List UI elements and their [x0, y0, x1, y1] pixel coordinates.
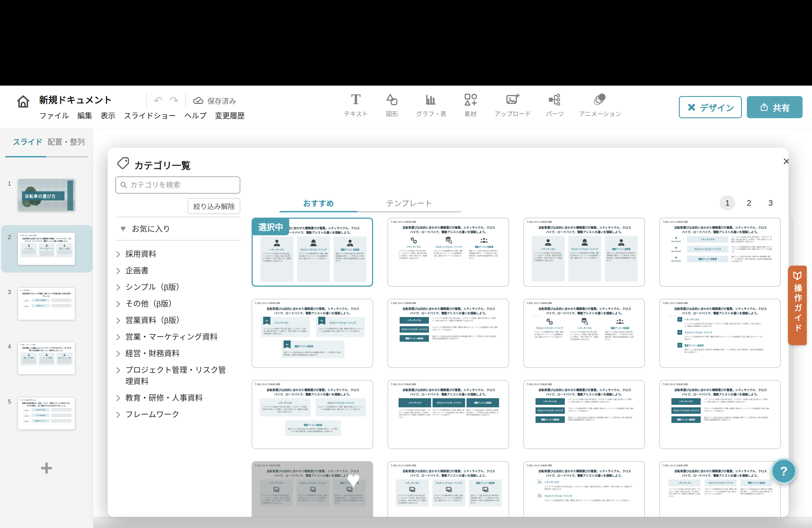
- thumb-goal-row: Our Goal 03予算管理とアフターケア: [22, 419, 72, 423]
- card-item-text: シティサイクルは街乗りや買い物に最適で、カゴやライトが装備。私服で乗る際にとても…: [397, 494, 427, 504]
- operation-guide-button[interactable]: 操作ガイド: [788, 266, 807, 345]
- card-item-text: シティサイクルは街乗りや買い物に最適で、カゴやライトが装備。私服で乗る際にとても…: [432, 317, 498, 324]
- light-title-columns: シティサイクルシティサイクルは街乗りや買い物に最適で、カゴやライトが装備。私服で…: [660, 480, 781, 497]
- template-card-16[interactable]: 用途に合わせた自転車の種類自転車選びは目的に合わせた種類選びが重要。シティサイク…: [659, 461, 781, 517]
- template-card-9[interactable]: 用途に合わせた自転車の種類自転車選びは目的に合わせた種類選びが重要。シティサイク…: [251, 380, 373, 449]
- category-item[interactable]: 採用資料: [116, 249, 230, 260]
- template-card-14[interactable]: 用途に合わせた自転車の種類自転車選びは目的に合わせた種類選びが重要。シティサイク…: [388, 461, 509, 517]
- template-card-13[interactable]: 用途に合わせた自転車の種類自転車選びは目的に合わせた種類選びが重要。シティサイク…: [251, 461, 373, 517]
- template-card-7[interactable]: 用途に合わせた自転車の種類自転車選びは目的に合わせた種類選びが重要。シティサイク…: [523, 299, 645, 368]
- slide-title-text: 自転車の選び方: [25, 193, 56, 199]
- category-item[interactable]: 企画書: [116, 265, 230, 277]
- template-card-11[interactable]: 用途に合わせた自転車の種類自転車選びは目的に合わせた種類選びが重要。シティサイク…: [523, 380, 645, 449]
- card-body: シティサイクルシティサイクルは街乗りや買い物に最適で、カゴやライトが装備。私服で…: [252, 398, 373, 436]
- category-item[interactable]: 営業資料（β版）: [116, 315, 230, 326]
- category-item[interactable]: プロジェクト管理・リスク管理資料: [116, 365, 230, 387]
- page-button-3[interactable]: 3: [763, 195, 778, 211]
- toolbar-shapes-button[interactable]: 図形: [380, 91, 404, 118]
- goal-tag: Our Goal 03: [22, 420, 30, 422]
- toolbar-chart-button[interactable]: グラフ・表: [416, 91, 446, 118]
- card-heading: 自転車選びは目的に合わせた種類選びが重要。シティサイクル、クロスバイク、ロードバ…: [537, 225, 632, 234]
- inactive-tab-underline: [46, 156, 88, 157]
- card-item-title: 電動アシスト自転車: [470, 482, 500, 484]
- category-item[interactable]: 経営・財務資料: [116, 348, 230, 360]
- card-item-text: シティサイクルは街乗りや買い物に最適で、カゴやライトが装備。私服で乗る際にとても…: [263, 327, 307, 335]
- toolbar-parts-button[interactable]: パーツ: [543, 91, 567, 118]
- menu-item-表示[interactable]: 表示: [101, 110, 115, 121]
- template-card-5[interactable]: 用途に合わせた自転車の種類自転車選びは目的に合わせた種類選びが重要。シティサイク…: [251, 299, 373, 368]
- card-item-title: シティサイクル: [687, 236, 728, 243]
- modal-scrollbar[interactable]: [789, 219, 793, 483]
- card-item-title: クロスバイクとロードバイク: [400, 326, 429, 333]
- clear-filter-button[interactable]: 絞り込み解除: [188, 198, 240, 214]
- category-item[interactable]: 営業・マーケティング資料: [116, 332, 230, 343]
- category-search-input[interactable]: [130, 181, 236, 189]
- slide-thumbnail-1[interactable]: 自転車の選び方: [18, 179, 75, 211]
- slide-thumbnail-5[interactable]: まとめ：最適な選択のために最適な自転車選びは、用途、サイズ、予算のバランスで決ま…: [18, 397, 75, 430]
- close-icon[interactable]: ×: [778, 153, 788, 169]
- menu-item-変更履歴[interactable]: 変更履歴: [215, 110, 245, 121]
- beginner-mark-icon: [793, 270, 802, 281]
- undo-icon[interactable]: ↶: [154, 95, 163, 106]
- category-item[interactable]: シンプル（β版）: [116, 282, 230, 293]
- sidebar-tab-arrange[interactable]: 配置・整列: [47, 136, 85, 147]
- category-label: 企画書: [126, 265, 230, 277]
- design-button[interactable]: デザイン: [679, 96, 742, 118]
- goal-row: Our Goal 02クロスバイクとロードバイククロスバイクは通勤通学向けで軽量…: [668, 246, 773, 253]
- menu-item-編集[interactable]: 編集: [77, 110, 92, 121]
- frame-ghost-label: フレーム: [532, 314, 539, 317]
- help-button[interactable]: ?: [771, 458, 797, 484]
- template-card-3[interactable]: 用途に合わせた自転車の種類自転車選びは目的に合わせた種類選びが重要。シティサイク…: [523, 218, 645, 287]
- card-item-title: 電動アシスト自転車: [687, 256, 728, 262]
- template-card-2[interactable]: 用途に合わせた自転車の種類自転車選びは目的に合わせた種類選びが重要。シティサイク…: [388, 218, 509, 287]
- card-item-text: シティサイクルは街乗りや買い物に最適で、カゴやライトが装備。私服で乗る際にとても…: [534, 252, 563, 262]
- template-card-8[interactable]: 用途に合わせた自転車の種類自転車選びは目的に合わせた種類選びが重要。シティサイク…: [659, 299, 781, 368]
- favorite-heart-icon[interactable]: ♥: [346, 468, 360, 492]
- slide-thumbnail-4[interactable]: 予算とアフターケアの考慮自転車購入には備品コストとアフターケアが不可欠です。これ…: [18, 342, 75, 375]
- chevron-right-icon: [116, 251, 120, 259]
- dark-header-columns: シティサイクルシティサイクルは街乗りや買い物に最適で、カゴやライトが装備。私服で…: [388, 398, 509, 419]
- card-columns: クロスバイクとロードバイククロスバイクは通勤通学向けで軽量、機動性に優れます。ロ…: [524, 317, 645, 341]
- divider: [115, 240, 240, 240]
- menu-item-ファイル[interactable]: ファイル: [39, 110, 69, 121]
- toolbar-assets-button[interactable]: 素材: [459, 91, 482, 118]
- toolbar-text-button[interactable]: Tテキスト: [344, 91, 368, 118]
- slide-thumbnail-2[interactable]: 用途に合わせた自転車の種類自転車選びは目的に合わせた種類選びが重要。シティサイク…: [18, 233, 75, 265]
- category-item[interactable]: 教育・研修・人事資料: [116, 393, 230, 404]
- category-item[interactable]: その他（β版）: [116, 298, 230, 310]
- slide-thumbnail-3[interactable]: サイズ感の確認自転車選びではサイズが重要。適正サイズで快適な乗り心地を実現しまし…: [18, 288, 75, 320]
- card-body: シティサイクルシティサイクルは街乗りや買い物に最適で、カゴやライトが装備。私服で…: [388, 480, 509, 507]
- sidebar-tab-slides[interactable]: スライド: [13, 136, 43, 147]
- template-card-10[interactable]: 用途に合わせた自転車の種類自転車選びは目的に合わせた種類選びが重要。シティサイク…: [388, 380, 509, 449]
- share-button[interactable]: 共有: [747, 96, 802, 118]
- active-tab-underline: [5, 156, 46, 157]
- app-window: 新規ドキュメント ファイル編集表示スライドショーヘルプ変更履歴 ↶ ↷ 保存済み…: [0, 0, 812, 528]
- page-button-2[interactable]: 2: [741, 195, 757, 211]
- menu-item-ヘルプ[interactable]: ヘルプ: [184, 110, 207, 121]
- favorites-item[interactable]: ♥ お気に入り: [120, 223, 170, 234]
- redo-icon[interactable]: ↷: [170, 95, 179, 106]
- toolbar-animation-button[interactable]: アニメーション: [579, 91, 621, 118]
- add-slide-button[interactable]: +: [0, 457, 93, 479]
- card-item-text: 電動アシスト自転車は坂の多い地域や重い荷物運搬に便利で、少し予算が高いが楽に移動…: [284, 351, 342, 356]
- category-item[interactable]: フレームワーク: [116, 409, 230, 421]
- home-icon[interactable]: [15, 94, 31, 109]
- menu-item-スライドショー[interactable]: スライドショー: [124, 110, 176, 121]
- document-title: 新規ドキュメント: [39, 93, 112, 106]
- page-button-1[interactable]: 1: [720, 195, 735, 211]
- card-column: 電動アシスト自転車電動アシスト自転車は坂の多い地域や重い荷物運搬に便利で、少し予…: [604, 317, 636, 341]
- thumb-item-title: 信頼できるショップ選び: [57, 357, 72, 359]
- card-item-text: 電動アシスト自転車は坂の多い地域や重い荷物運搬に便利で、少し予算が高いが楽に移動…: [469, 250, 499, 260]
- category-search[interactable]: [115, 176, 240, 194]
- toolbar-upload-button[interactable]: アップロード: [494, 91, 531, 118]
- template-card-6[interactable]: 用途に合わせた自転車の種類自転車選びは目的に合わせた種類選びが重要。シティサイク…: [388, 299, 509, 368]
- template-card-1[interactable]: 用途に合わせた自転車の種類自転車選びは目的に合わせた種類選びが重要。シティサイク…: [251, 218, 373, 287]
- card-item-text: シティサイクルは街乗りや買い物に最適で、カゴやライトが装備。私服で乗る際にとても…: [669, 488, 701, 497]
- goal-title: 適正サイズの重要性: [32, 298, 50, 302]
- template-card-15[interactable]: 用途に合わせた自転車の種類自転車選びは目的に合わせた種類選びが重要。シティサイク…: [523, 461, 645, 517]
- template-card-12[interactable]: 用途に合わせた自転車の種類自転車選びは目的に合わせた種類選びが重要。シティサイク…: [659, 380, 781, 449]
- tab-templates[interactable]: テンプレート: [358, 197, 461, 208]
- tab-recommended[interactable]: おすすめ: [279, 197, 358, 208]
- man-person-icon: [262, 239, 291, 247]
- template-card-4[interactable]: 用途に合わせた自転車の種類自転車選びは目的に合わせた種類選びが重要。シティサイク…: [659, 218, 781, 287]
